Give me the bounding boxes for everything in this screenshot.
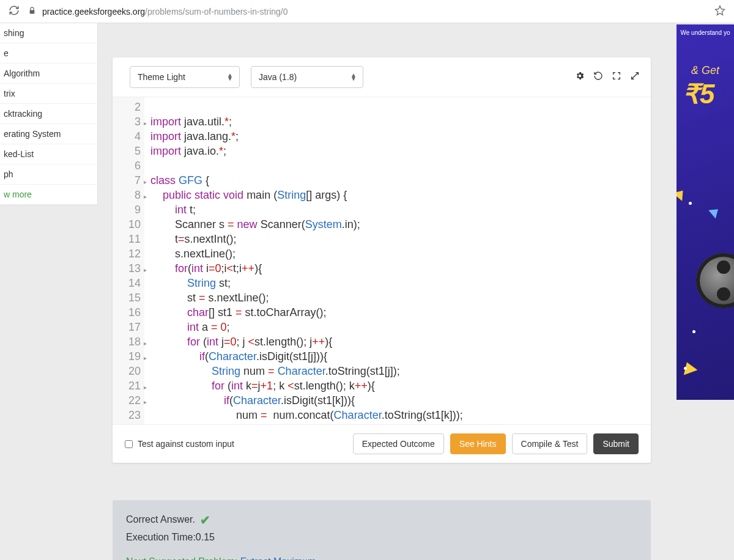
settings-gear-icon[interactable] xyxy=(575,71,585,83)
compile-test-button[interactable]: Compile & Test xyxy=(512,433,588,454)
custom-input-checkbox[interactable]: Test against custom input xyxy=(125,439,234,449)
url-box[interactable]: practice.geeksforgeeks.org/problems/sum-… xyxy=(28,7,706,17)
next-problem-label: Next Suggested Problem: xyxy=(126,556,237,560)
confetti-dot-icon xyxy=(689,202,692,205)
line-number-gutter: 23456789101112131415161718192021222324 xyxy=(113,97,144,424)
theme-select-label: Theme Light xyxy=(138,72,185,82)
editor-footer: Test against custom input Expected Outco… xyxy=(113,424,651,463)
url-text: practice.geeksforgeeks.org/problems/sum-… xyxy=(42,7,288,17)
checkmark-icon: ✔ xyxy=(200,512,210,527)
custom-input-box[interactable] xyxy=(125,440,133,448)
sidebar-item[interactable]: w more xyxy=(0,185,97,205)
fullscreen-icon[interactable] xyxy=(612,71,621,83)
next-problem-row: Next Suggested Problem: Extract Maximum xyxy=(126,556,637,560)
browser-address-bar: practice.geeksforgeeks.org/problems/sum-… xyxy=(0,0,734,23)
editor-toolbar: Theme Light ▲▼ Java (1.8) ▲▼ xyxy=(113,57,651,97)
topic-sidebar: shinge Algorithmtrixcktrackingerating Sy… xyxy=(0,23,98,205)
sidebar-item[interactable]: erating System xyxy=(0,124,97,144)
sidebar-item[interactable]: Algorithm xyxy=(0,64,97,84)
lock-icon xyxy=(28,7,36,17)
code-editor[interactable]: 23456789101112131415161718192021222324 i… xyxy=(113,97,651,424)
confetti-dot-icon xyxy=(692,330,695,333)
confetti-icon xyxy=(708,205,722,218)
execution-time-text: Execution Time:0.15 xyxy=(126,532,637,543)
expected-outcome-button[interactable]: Expected Outcome xyxy=(353,433,444,454)
ad-get-text: & Get xyxy=(677,64,734,77)
ad-slogan: We understand yo xyxy=(677,29,734,36)
film-reel-icon xyxy=(696,253,734,308)
ad-sidebar[interactable]: We understand yo & Get ₹5 xyxy=(677,24,734,400)
sidebar-item[interactable]: cktracking xyxy=(0,104,97,124)
sidebar-item[interactable]: e xyxy=(0,43,97,64)
sidebar-item[interactable]: ph xyxy=(0,164,97,185)
select-chevron-icon: ▲▼ xyxy=(227,73,233,81)
ad-rupee: ₹5 xyxy=(677,78,734,109)
expand-icon[interactable] xyxy=(630,71,640,83)
code-content[interactable]: import java.util.*;import java.lang.*;im… xyxy=(150,97,651,424)
language-select[interactable]: Java (1.8) ▲▼ xyxy=(251,66,363,88)
editor-panel: Theme Light ▲▼ Java (1.8) ▲▼ 23456789101… xyxy=(113,57,651,463)
reset-icon[interactable] xyxy=(593,71,603,83)
confetti-icon xyxy=(680,359,698,375)
custom-input-label: Test against custom input xyxy=(138,439,234,449)
sidebar-item[interactable]: ked-List xyxy=(0,144,97,164)
correct-answer-text: Correct Answer. xyxy=(126,514,195,525)
next-problem-link[interactable]: Extract Maximum xyxy=(240,556,316,560)
select-chevron-icon: ▲▼ xyxy=(350,73,357,81)
sidebar-item[interactable]: shing xyxy=(0,23,97,43)
reload-icon[interactable] xyxy=(9,5,20,18)
see-hints-button[interactable]: See Hints xyxy=(450,433,506,454)
submit-button[interactable]: Submit xyxy=(593,433,639,454)
theme-select[interactable]: Theme Light ▲▼ xyxy=(130,66,240,88)
confetti-dot-icon xyxy=(684,367,687,370)
confetti-icon xyxy=(677,186,688,201)
bookmark-star-icon[interactable] xyxy=(714,5,725,18)
language-select-label: Java (1.8) xyxy=(259,72,297,82)
result-panel: Correct Answer. ✔ Execution Time:0.15 Ne… xyxy=(113,500,651,560)
sidebar-item[interactable]: trix xyxy=(0,84,97,104)
